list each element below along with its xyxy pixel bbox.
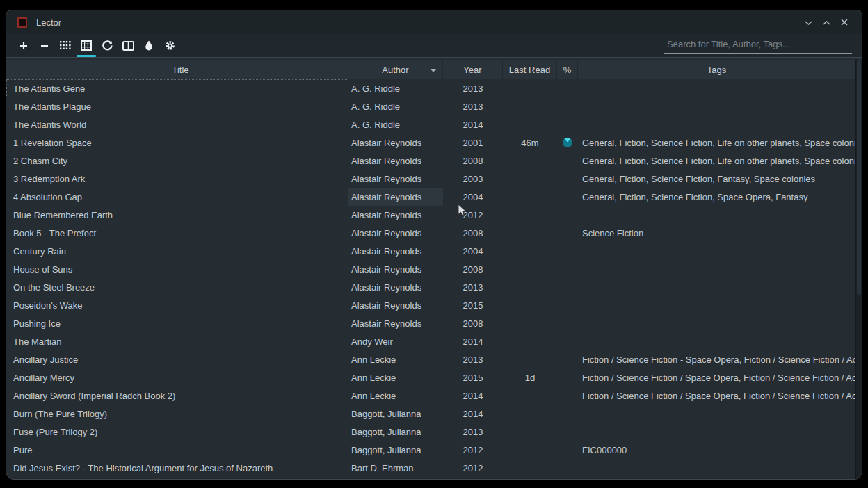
table-row[interactable]: 4 Absolution GapAlastair Reynolds2004Gen… xyxy=(6,188,862,206)
refresh-library-button[interactable] xyxy=(98,37,116,55)
table-row[interactable]: Book 5 - The PrefectAlastair Reynolds200… xyxy=(6,224,862,242)
close-icon xyxy=(841,16,848,29)
refresh-icon xyxy=(102,40,113,51)
close-button[interactable] xyxy=(838,16,851,29)
cell-last-read xyxy=(503,79,557,97)
table-row[interactable]: 3 Redemption ArkAlastair Reynolds2003Gen… xyxy=(6,170,862,188)
window-title: Lector xyxy=(36,17,61,28)
cell-progress xyxy=(557,224,578,242)
app-icon xyxy=(17,17,27,28)
column-header-year[interactable]: Year xyxy=(443,60,503,79)
cell-title: Poseidon's Wake xyxy=(6,296,348,314)
minimize-button[interactable] xyxy=(802,16,814,29)
cell-progress xyxy=(557,206,578,224)
column-header-label: Last Read xyxy=(509,65,550,75)
cell-tags xyxy=(578,278,855,296)
table-row[interactable]: Ancillary Sword (Imperial Radch Book 2)A… xyxy=(6,387,862,405)
cell-author: Baggott, Julianna xyxy=(348,441,443,459)
cell-author: Ann Leckie xyxy=(348,350,443,368)
table-row[interactable]: Fuse (Pure Trilogy 2)Baggott, Julianna20… xyxy=(6,423,862,441)
table-row[interactable]: Ancillary MercyAnn Leckie20151dFiction /… xyxy=(6,368,862,387)
cell-year: 2014 xyxy=(443,405,503,423)
table-view-button[interactable] xyxy=(77,37,95,55)
column-header-author[interactable]: Author xyxy=(348,60,443,79)
table-row[interactable]: Poseidon's WakeAlastair Reynolds2015 xyxy=(6,296,862,314)
column-header-label: Tags xyxy=(707,65,726,75)
cell-title: 1 Revelation Space xyxy=(6,133,348,152)
cell-progress xyxy=(557,152,578,170)
cell-progress xyxy=(557,368,578,387)
table-row[interactable]: PureBaggott, Julianna2012FIC000000 xyxy=(6,441,862,459)
cell-author: Bart D. Ehrman xyxy=(348,459,443,477)
cell-year: 2015 xyxy=(443,368,503,387)
table-row[interactable]: Ancillary JusticeAnn Leckie2013Fiction /… xyxy=(6,350,862,368)
cell-progress xyxy=(557,115,578,133)
table-row[interactable]: House of SunsAlastair Reynolds2008 xyxy=(6,260,862,278)
cell-tags: Fiction / Science Fiction / Space Opera,… xyxy=(578,368,855,387)
table-row[interactable]: On the Steel BreezeAlastair Reynolds2013 xyxy=(6,278,862,296)
grid-view-button[interactable] xyxy=(56,37,74,55)
theme-button[interactable] xyxy=(140,37,158,55)
table-row[interactable]: Pushing IceAlastair Reynolds2008 xyxy=(6,314,862,332)
cell-tags: Fiction / Science Fiction - Space Opera,… xyxy=(578,350,855,368)
vertical-scrollbar[interactable] xyxy=(855,60,862,479)
table-row[interactable]: Burn (The Pure Trilogy)Baggott, Julianna… xyxy=(6,405,862,423)
titlebar[interactable]: Lector xyxy=(6,10,862,34)
column-header-last-read[interactable]: Last Read xyxy=(503,60,557,79)
table-row[interactable]: The Atlantis WorldA. G. Riddle2014 xyxy=(6,115,862,133)
column-header-title[interactable]: Title xyxy=(6,60,348,79)
cell-author: Alastair Reynolds xyxy=(348,170,443,188)
table-row[interactable]: Did Jesus Exist? - The Historical Argume… xyxy=(6,459,862,477)
cell-author: A. G. Riddle xyxy=(348,115,443,133)
table-row[interactable]: The Atlantis GeneA. G. Riddle2013 xyxy=(6,79,862,97)
cell-last-read xyxy=(503,441,557,459)
table-row[interactable]: 1 Revelation SpaceAlastair Reynolds20014… xyxy=(6,133,862,152)
cell-progress xyxy=(557,405,578,423)
table-row[interactable]: 2 Chasm CityAlastair Reynolds2008General… xyxy=(6,152,862,170)
cell-progress xyxy=(557,133,578,152)
droplet-icon xyxy=(145,40,153,51)
cell-author: Alastair Reynolds xyxy=(348,206,443,224)
cell-progress xyxy=(557,314,578,332)
cell-tags: General, Fiction, Science Fiction, Life … xyxy=(578,133,855,152)
cell-tags xyxy=(578,260,855,278)
open-book-button[interactable] xyxy=(119,37,137,55)
table-row[interactable]: The Atlantis PlagueA. G. Riddle2013 xyxy=(6,97,862,115)
cell-author: Alastair Reynolds xyxy=(348,133,443,152)
cell-title: The Atlantis Plague xyxy=(6,97,348,115)
column-header-tags[interactable]: Tags xyxy=(578,60,855,79)
cell-progress xyxy=(557,459,578,477)
cell-tags xyxy=(578,459,855,477)
minus-icon xyxy=(40,41,49,51)
cell-last-read xyxy=(503,350,557,368)
cell-tags xyxy=(578,242,855,260)
search-input[interactable] xyxy=(664,38,852,54)
column-header-label: % xyxy=(563,65,572,75)
cell-tags xyxy=(578,79,855,97)
cell-progress xyxy=(557,242,578,260)
cell-progress xyxy=(557,260,578,278)
cell-last-read xyxy=(503,405,557,423)
add-book-button[interactable] xyxy=(15,37,33,55)
table-row[interactable]: Century RainAlastair Reynolds2004 xyxy=(6,242,862,260)
maximize-button[interactable] xyxy=(820,16,833,29)
cell-title: Pushing Ice xyxy=(6,314,348,332)
cell-tags xyxy=(578,97,855,115)
table-row[interactable]: Blue Remembered EarthAlastair Reynolds20… xyxy=(6,206,862,224)
column-header-percent[interactable]: % xyxy=(557,60,578,79)
plus-icon xyxy=(19,41,29,51)
cell-last-read xyxy=(503,170,557,188)
cell-progress xyxy=(557,278,578,296)
table-header: Title Author Year Last Read % Tags xyxy=(6,60,862,79)
cell-progress xyxy=(557,350,578,368)
chevron-down-icon xyxy=(805,16,812,29)
column-header-label: Year xyxy=(463,65,481,75)
table-row[interactable]: The MartianAndy Weir2014 xyxy=(6,332,862,350)
settings-button[interactable] xyxy=(161,37,179,55)
cell-last-read: 1d xyxy=(503,368,557,387)
cell-last-read xyxy=(503,97,557,115)
cell-last-read xyxy=(503,152,557,170)
remove-book-button[interactable] xyxy=(35,37,54,55)
scrollbar-thumb[interactable] xyxy=(857,60,861,295)
cell-author: Alastair Reynolds xyxy=(348,224,443,242)
